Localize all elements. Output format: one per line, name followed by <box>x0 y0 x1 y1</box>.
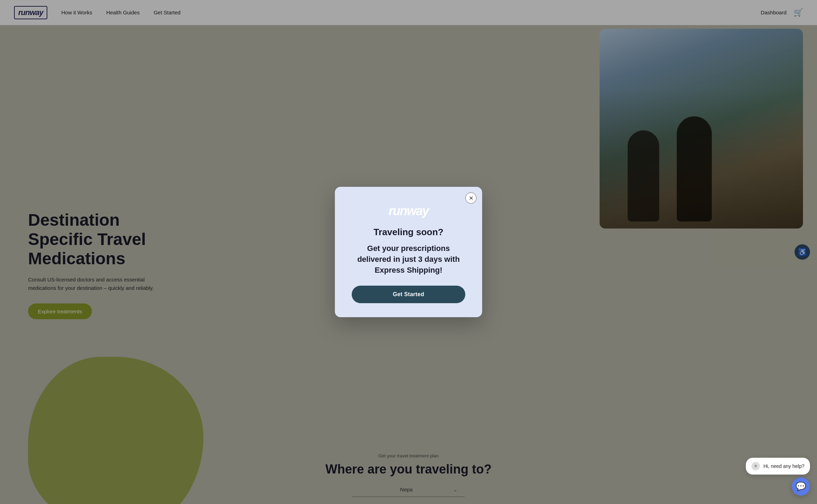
modal-heading: Traveling soon? <box>352 227 465 238</box>
modal: ✕ runway Traveling soon? Get your prescr… <box>335 187 482 317</box>
chat-open-button[interactable]: 💬 <box>792 477 810 496</box>
chat-bubble: ✕ Hi, need any help? <box>746 458 810 475</box>
modal-get-started-button[interactable]: Get Started <box>352 286 465 303</box>
modal-body: Get your prescriptions delivered in just… <box>352 243 465 275</box>
chat-widget: ✕ Hi, need any help? 💬 <box>746 458 810 496</box>
chat-icon: 💬 <box>796 482 806 491</box>
modal-overlay[interactable]: ✕ runway Traveling soon? Get your prescr… <box>0 0 817 504</box>
modal-logo: runway <box>352 204 465 218</box>
chat-close-button[interactable]: ✕ <box>751 462 760 470</box>
modal-close-button[interactable]: ✕ <box>465 192 477 204</box>
chat-bubble-text: Hi, need any help? <box>763 463 804 469</box>
